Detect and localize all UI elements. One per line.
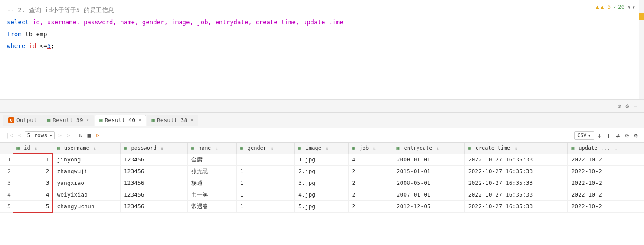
row-number: 3 <box>0 177 13 189</box>
table-row: 11jinyong123456金庸11.jpg42000-01-012022-1… <box>0 154 644 165</box>
from-keyword: from <box>7 29 22 40</box>
row-number: 4 <box>0 189 13 200</box>
sort-btn[interactable]: ↑ <box>605 132 612 139</box>
th-username[interactable]: ▦ username ⇅ <box>53 143 120 154</box>
th-name-sort[interactable]: ⇅ <box>216 146 218 151</box>
th-entrydate[interactable]: ▦ entrydate ⇅ <box>393 143 464 154</box>
rows-selector[interactable]: 5 rows ▾ <box>25 131 55 139</box>
th-name[interactable]: ▦ name ⇅ <box>187 143 236 154</box>
csv-dropdown-arrow[interactable]: ▾ <box>588 132 591 139</box>
tab-result39-close[interactable]: × <box>86 117 89 123</box>
th-create-time-label: create_time <box>476 145 510 151</box>
nav-prev-btn[interactable]: < <box>16 131 23 139</box>
swap-btn[interactable]: ⇄ <box>614 132 621 139</box>
th-job-label: job <box>359 145 369 151</box>
tab-result39[interactable]: ▦ Result 39 × <box>42 115 94 126</box>
nav-last-btn[interactable]: >| <box>65 131 75 139</box>
minus-icon[interactable]: − <box>634 103 637 110</box>
result-table-container: ▦ id ⇅ ▦ username ⇅ ▦ password ⇅ ▦ name <box>0 143 644 213</box>
th-entrydate-label: entrydate <box>404 145 432 151</box>
th-name-label: name <box>198 145 211 151</box>
cell-entrydate: 2007-01-01 <box>393 189 464 200</box>
table-body: 11jinyong123456金庸11.jpg42000-01-012022-1… <box>0 154 644 212</box>
th-password[interactable]: ▦ password ⇅ <box>120 143 187 154</box>
arrow-down-icon[interactable]: ∨ <box>632 4 635 10</box>
th-image-icon: ▦ <box>298 145 301 151</box>
cell-image: 5.jpg <box>294 200 348 212</box>
th-username-sort[interactable]: ⇅ <box>94 146 96 151</box>
cell-create_time: 2022-10-27 16:35:33 <box>464 165 568 177</box>
cell-gender: 1 <box>236 154 294 165</box>
tab-result40[interactable]: ▦ Result 40 × <box>95 115 146 126</box>
code-comment-line: -- 2. 查询 id小于等于5 的员工信息 <box>0 4 644 16</box>
cell-password: 123456 <box>120 154 187 165</box>
export-btn[interactable]: ↓ <box>596 132 603 139</box>
tab-result40-close[interactable]: × <box>138 117 141 123</box>
th-name-icon: ▦ <box>191 145 194 151</box>
result-table: ▦ id ⇅ ▦ username ⇅ ▦ password ⇅ ▦ name <box>0 143 644 213</box>
rows-dropdown-arrow[interactable]: ▾ <box>49 132 52 139</box>
th-row-num <box>0 143 13 154</box>
code-where-line: where id <=5; <box>0 40 644 52</box>
cell-image: 1.jpg <box>294 154 348 165</box>
select-keyword: select <box>7 17 29 28</box>
where-value: 5 <box>47 41 51 52</box>
cell-password: 123456 <box>120 177 187 189</box>
tab-result38-close[interactable]: × <box>190 117 193 123</box>
th-entrydate-sort[interactable]: ⇅ <box>437 146 439 151</box>
settings-icon[interactable]: ⚙ <box>625 103 629 110</box>
table-row: 44weiyixiao123456韦一笑14.jpg22007-01-01202… <box>0 189 644 200</box>
arrow-up-icon[interactable]: ∧ <box>628 4 631 10</box>
stop-btn[interactable]: ■ <box>86 131 93 139</box>
tabs-bar: O Output ▦ Result 39 × ▦ Result 40 × ▦ R… <box>0 113 644 128</box>
th-image[interactable]: ▦ image ⇅ <box>294 143 348 154</box>
cell-create_time: 2022-10-27 16:35:33 <box>464 154 568 165</box>
csv-btn[interactable]: CSV ▾ <box>574 131 594 140</box>
th-job[interactable]: ▦ job ⇅ <box>348 143 393 154</box>
result39-icon: ▦ <box>47 117 50 123</box>
th-update-time-sort[interactable]: ⇅ <box>615 146 617 151</box>
scroll-indicator[interactable] <box>639 0 644 99</box>
th-update-time[interactable]: ▦ update_... ⇅ <box>568 143 644 154</box>
warning-icon: ▲ <box>596 3 599 10</box>
nav-first-btn[interactable]: |< <box>4 131 15 139</box>
tab-result38[interactable]: ▦ Result 38 × <box>147 115 198 126</box>
semicolon: ; <box>51 41 54 52</box>
cell-create_time: 2022-10-27 16:35:33 <box>464 177 568 189</box>
th-gender-sort[interactable]: ⇅ <box>271 146 273 151</box>
tab-result38-label: Result 38 <box>157 117 187 123</box>
th-image-sort[interactable]: ⇅ <box>326 146 328 151</box>
globe-icon[interactable]: ⊕ <box>618 103 621 110</box>
cell-image: 3.jpg <box>294 177 348 189</box>
scroll-thumb[interactable] <box>639 13 644 20</box>
nav-next-btn[interactable]: > <box>56 131 63 139</box>
table-row: 55changyuchun123456常遇春15.jpg22012-12-052… <box>0 200 644 212</box>
editor-nav-arrows[interactable]: ∧ ∨ <box>628 4 635 10</box>
tab-output[interactable]: O Output <box>3 115 42 126</box>
refresh-btn[interactable]: ↻ <box>77 131 84 139</box>
view-btn[interactable]: ⊙ <box>623 132 631 139</box>
cell-username: jinyong <box>53 154 120 165</box>
cell-image: 4.jpg <box>294 189 348 200</box>
th-id-sort[interactable]: ⇅ <box>35 146 37 151</box>
cell-update_time: 2022-10-2 <box>568 189 644 200</box>
comment-text: -- 2. 查询 id小于等于5 的员工信息 <box>7 5 114 16</box>
th-create-time[interactable]: ▦ create_time ⇅ <box>464 143 568 154</box>
th-id[interactable]: ▦ id ⇅ <box>13 143 53 154</box>
row-number: 5 <box>0 200 13 212</box>
result38-icon: ▦ <box>152 117 155 123</box>
cell-job: 2 <box>348 177 393 189</box>
cell-job: 2 <box>348 165 393 177</box>
th-image-label: image <box>306 145 321 151</box>
th-job-sort[interactable]: ⇅ <box>373 146 376 151</box>
table-settings-btn[interactable]: ⚙ <box>632 132 640 139</box>
th-password-sort[interactable]: ⇅ <box>161 146 163 151</box>
cell-name: 韦一笑 <box>187 189 236 200</box>
cell-create_time: 2022-10-27 16:35:33 <box>464 200 568 212</box>
code-select-line: select id, username, password, name, gen… <box>0 16 644 29</box>
cell-name: 常遇春 <box>187 200 236 212</box>
th-create-time-sort[interactable]: ⇅ <box>514 146 517 151</box>
th-gender-icon: ▦ <box>240 145 243 151</box>
th-gender[interactable]: ▦ gender ⇅ <box>236 143 294 154</box>
pin-btn[interactable]: ⊳ <box>94 131 101 139</box>
